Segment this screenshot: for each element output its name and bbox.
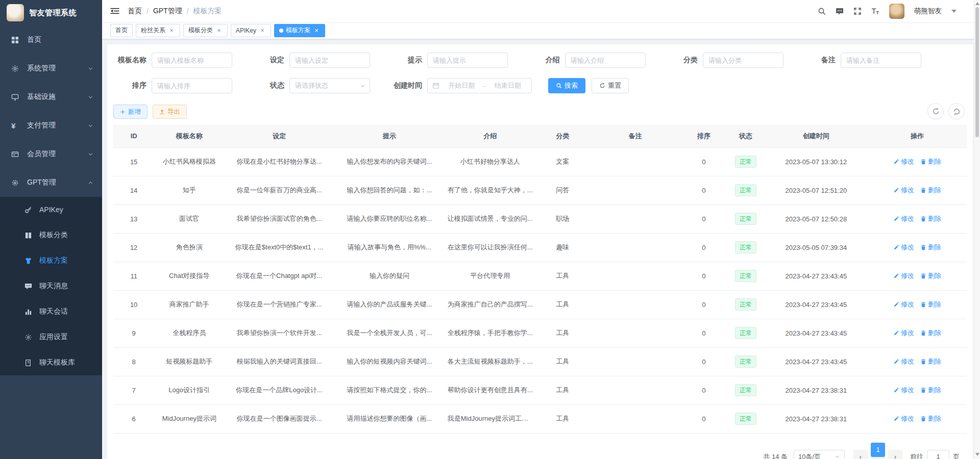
edit-icon — [893, 416, 899, 422]
export-button[interactable]: 导出 — [153, 105, 187, 119]
sidebar-subitem-3[interactable]: 聊天消息 — [0, 273, 102, 299]
form-field-input-3[interactable] — [565, 53, 646, 68]
sidebar-subitem-6[interactable]: 聊天模板库 — [0, 350, 102, 375]
tab-3[interactable]: APIKey× — [231, 24, 271, 37]
reset-button[interactable]: 重置 — [592, 78, 629, 93]
cell-id: 15 — [113, 147, 154, 176]
cell-intro: 全栈程序猿，手把手教你学... — [445, 319, 536, 347]
delete-link[interactable]: 删除 — [920, 386, 941, 395]
form-field-input-0[interactable] — [152, 53, 232, 68]
sync-button[interactable] — [948, 103, 965, 119]
delete-link[interactable]: 删除 — [920, 357, 941, 366]
tab-close-icon[interactable]: × — [313, 27, 320, 34]
sidebar-subitem-2[interactable]: 模板方案 — [0, 248, 102, 273]
refresh-button[interactable] — [927, 103, 944, 119]
delete-link[interactable]: 删除 — [920, 328, 941, 338]
hamburger-icon[interactable] — [110, 7, 119, 15]
scroll-down-icon[interactable] — [975, 453, 979, 456]
tab-close-icon[interactable]: × — [168, 27, 175, 34]
add-button[interactable]: 新增 — [113, 105, 148, 119]
form-field-input-2[interactable] — [427, 53, 508, 68]
sidebar-subitem-0[interactable]: APIKey — [0, 197, 102, 222]
next-page-button[interactable]: › — [888, 450, 902, 459]
tab-4[interactable]: 模板方案× — [274, 24, 325, 37]
form-field-input-1[interactable] — [289, 53, 370, 68]
edit-link[interactable]: 修改 — [893, 271, 914, 280]
delete-link[interactable]: 删除 — [920, 214, 941, 223]
scroll-up-icon[interactable] — [975, 2, 979, 5]
edit-link[interactable]: 修改 — [893, 214, 914, 223]
sidebar-item-0[interactable]: 首页 — [0, 26, 102, 54]
sort-input[interactable] — [152, 78, 232, 93]
sidebar-subitem-label: 聊天模板库 — [39, 358, 75, 367]
tab-label: APIKey — [236, 27, 256, 34]
delete-link[interactable]: 删除 — [920, 414, 941, 423]
page-buttons: 12 — [869, 443, 887, 459]
edit-link[interactable]: 修改 — [893, 357, 914, 366]
tab-close-icon[interactable]: × — [259, 27, 266, 34]
user-avatar[interactable] — [889, 4, 904, 19]
prev-page-button[interactable]: ‹ — [853, 450, 868, 459]
edit-link[interactable]: 修改 — [893, 414, 914, 423]
status-badge: 正常 — [735, 298, 756, 311]
edit-link[interactable]: 修改 — [893, 243, 914, 252]
tab-close-icon[interactable]: × — [215, 27, 223, 34]
caret-down-icon[interactable] — [951, 10, 957, 13]
edit-link[interactable]: 修改 — [893, 386, 914, 395]
sidebar-item-1[interactable]: 系统管理 — [0, 54, 102, 83]
tab-1[interactable]: 粉丝关系× — [136, 24, 180, 37]
delete-link[interactable]: 删除 — [920, 243, 941, 252]
column-header-ops: 操作 — [868, 125, 967, 147]
sidebar-item-2[interactable]: 基础设施 — [0, 83, 102, 111]
goto-page-input[interactable] — [927, 450, 949, 459]
cell-intro: 让模拟面试情景，专业的问... — [445, 205, 536, 233]
fullscreen-icon[interactable] — [853, 7, 862, 15]
cell-remark — [590, 290, 681, 319]
apikey-icon — [24, 206, 33, 214]
page-button-1[interactable]: 1 — [871, 443, 885, 457]
form-field-input-4[interactable] — [703, 53, 783, 68]
delete-link-label: 删除 — [928, 243, 941, 252]
cell-setting: 你现在是一个品牌Logo设计... — [224, 376, 334, 404]
delete-link-label: 删除 — [928, 157, 941, 166]
delete-link[interactable]: 删除 — [920, 186, 941, 195]
delete-link[interactable]: 删除 — [920, 300, 941, 309]
cell-status: 正常 — [727, 404, 765, 433]
scrollbar-thumb[interactable] — [975, 7, 979, 137]
form-field-input-5[interactable] — [841, 53, 921, 68]
cell-category: 工具 — [536, 262, 590, 290]
delete-icon — [920, 159, 926, 165]
page-button-2[interactable]: 2 — [871, 457, 885, 459]
delete-link[interactable]: 删除 — [920, 157, 941, 166]
sidebar-subitem-4[interactable]: 聊天会话 — [0, 299, 102, 324]
breadcrumb-item-gpt[interactable]: GPT管理 — [153, 7, 182, 16]
sidebar-subitem-label: 聊天消息 — [39, 282, 68, 291]
message-icon[interactable] — [836, 7, 844, 15]
tab-0[interactable]: 首页 — [110, 24, 133, 37]
edit-link[interactable]: 修改 — [893, 157, 914, 166]
status-select[interactable]: 请选择状态 — [289, 78, 370, 93]
cell-created: 2023-04-27 23:43:45 — [765, 290, 868, 319]
sidebar-subitem-1[interactable]: 模板分类 — [0, 222, 102, 248]
page-size-select[interactable]: 10条/页 — [794, 450, 845, 459]
sidebar-item-3[interactable]: ¥支付管理 — [0, 111, 102, 140]
table-row: 10商家推广助手你现在是一个营销推广专家...请输入你的产品或服务关键...为商… — [113, 290, 967, 319]
tab-2[interactable]: 模板分类× — [183, 24, 228, 37]
date-range-picker[interactable]: 开始日期 - 结束日期 — [427, 78, 532, 93]
navbar-actions: 萌熊智友 — [818, 4, 970, 19]
user-name[interactable]: 萌熊智友 — [914, 7, 942, 16]
edit-link[interactable]: 修改 — [893, 186, 914, 195]
sidebar-subitem-5[interactable]: 应用设置 — [0, 324, 102, 350]
vertical-scrollbar[interactable] — [974, 0, 980, 459]
cell-created: 2023-05-07 13:30:12 — [765, 147, 868, 176]
breadcrumb-item-home[interactable]: 首页 — [128, 7, 142, 16]
sidebar-item-4[interactable]: 会员管理 — [0, 140, 102, 168]
edit-link[interactable]: 修改 — [893, 328, 914, 338]
edit-link[interactable]: 修改 — [893, 300, 914, 309]
search-button[interactable]: 搜索 — [548, 78, 585, 93]
content-card: 模板名称设定提示介绍分类备注 排序 状态 请选择状态 — [107, 44, 973, 459]
delete-link[interactable]: 删除 — [920, 271, 941, 280]
search-icon[interactable] — [818, 7, 826, 15]
sidebar-item-5[interactable]: GPT管理 — [0, 168, 102, 197]
font-size-icon[interactable] — [871, 7, 879, 15]
